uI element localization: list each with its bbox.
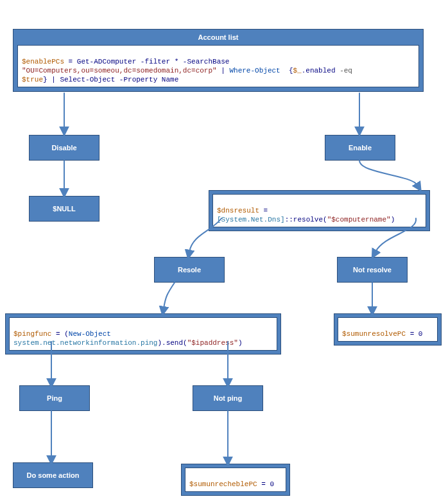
node-ping-label: Ping [44, 390, 65, 406]
node-ping-code-inner: $pingfunc = (New-Object system.net.netwo… [9, 317, 277, 351]
node-account-list-title: Account list [13, 30, 423, 45]
node-resole: Resole [154, 257, 225, 283]
node-dns: $dnsresult = [System.Net.Dns]::resolve("… [209, 190, 430, 231]
node-null-label: $NULL [50, 201, 78, 216]
node-not-ping: Not ping [193, 385, 263, 411]
node-do-some-action: Do some action [13, 462, 93, 488]
node-disable: Disable [29, 135, 99, 161]
node-disable-label: Disable [49, 140, 79, 155]
node-do-some-action-label: Do some action [24, 468, 82, 483]
edge-enable-to-dns [359, 161, 417, 185]
node-dns-code: $dnsresult = [System.Net.Dns]::resolve("… [212, 194, 426, 227]
node-null: $NULL [29, 196, 99, 222]
node-sum-unreachable: $sumunrecheblePC = 0 [181, 464, 290, 496]
edge-resole-to-pingcode [164, 283, 175, 308]
node-resole-label: Resole [175, 262, 203, 277]
node-account-list: Account list $enablePCs = Get-ADComputer… [13, 29, 424, 92]
node-account-list-code: $enablePCs = Get-ADComputer -filter * -S… [17, 45, 419, 87]
node-sum-unreachable-code: $sumunrecheblePC = 0 [185, 468, 286, 492]
node-not-resolve-label: Not resolve [350, 262, 394, 277]
node-not-ping-label: Not ping [211, 390, 245, 406]
node-ping-code: $pingfunc = (New-Object system.net.netwo… [5, 313, 281, 355]
node-not-resolve: Not resolve [337, 257, 408, 283]
node-ping: Ping [19, 385, 90, 411]
node-enable: Enable [325, 135, 395, 161]
node-enable-label: Enable [346, 140, 374, 155]
node-sum-unresolve-code: $sumunresolvePC = 0 [338, 317, 438, 342]
node-sum-unresolve: $sumunresolvePC = 0 [334, 313, 442, 346]
